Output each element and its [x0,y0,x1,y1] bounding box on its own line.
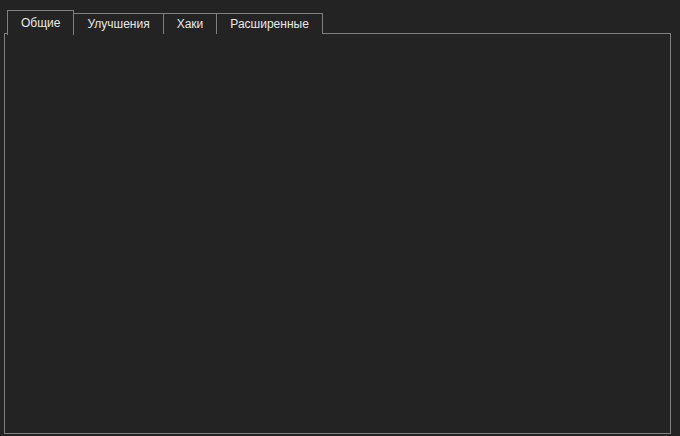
tab-advanced-label: Расширенные [230,17,309,31]
tab-enhancements[interactable]: Улучшения [73,13,163,34]
tab-bar: Общие Улучшения Хаки Расширенные [7,10,323,34]
tab-general[interactable]: Общие [7,10,74,35]
tab-general-label: Общие [21,16,60,30]
tab-hacks[interactable]: Хаки [163,13,218,34]
tab-enhancements-label: Улучшения [87,17,149,31]
tab-pane [4,33,671,434]
tab-hacks-label: Хаки [177,17,204,31]
tab-advanced[interactable]: Расширенные [216,13,323,34]
